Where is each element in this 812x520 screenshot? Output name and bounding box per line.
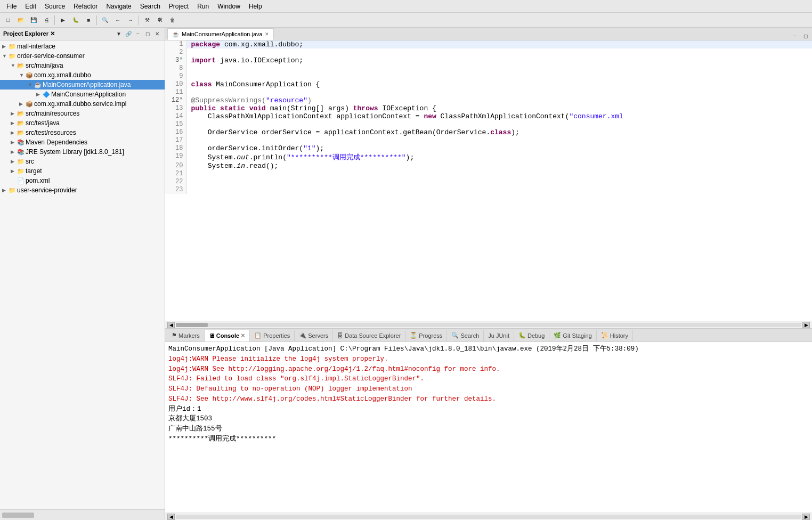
line-code[interactable] [186,186,812,194]
left-scroll-thumb[interactable] [2,513,34,518]
menu-file[interactable]: File [2,2,21,11]
tab-history[interactable]: 📜 History [597,330,633,342]
console-tab-close[interactable]: ✕ [241,333,245,338]
tree-item-main-consumer-class[interactable]: ▶ 🔷 MainConsumerApplication [0,90,165,99]
editor-area[interactable]: 1 package com.xg.xmall.dubbo; 2 3* [165,40,812,321]
tab-console[interactable]: 🖥 Console ✕ [205,330,250,342]
toggle-user-service-provider[interactable]: ▶ [2,188,9,193]
line-code[interactable]: System.out.println("**********调用完成******… [186,152,812,162]
menu-search[interactable]: Search [136,2,165,11]
editor-tab-close[interactable]: ✕ [265,31,269,37]
toolbar-run[interactable]: ▶ [57,14,69,26]
toggle-src[interactable]: ▶ [11,159,17,164]
line-code[interactable] [186,178,812,186]
tab-markers[interactable]: ⚑ Markers [167,330,205,342]
line-code[interactable] [186,170,812,178]
tree-item-maven-deps[interactable]: ▶ 📚 Maven Dependencies [0,137,165,147]
toggle-src-test-java[interactable]: ▶ [11,120,17,126]
panel-close-btn[interactable]: ✕ [153,30,161,38]
tab-properties[interactable]: 📋 Properties [250,330,295,342]
toggle-maven-deps[interactable]: ▶ [11,140,17,145]
line-code[interactable]: public static void main(String[] args) t… [186,104,812,112]
editor-minimize-btn[interactable]: − [791,31,799,40]
toolbar-stop[interactable]: ■ [83,14,94,26]
line-code[interactable]: ClassPathXmlApplicationContext applicati… [186,112,812,120]
line-code[interactable] [186,48,812,56]
toggle-package-dubbo[interactable]: ▼ [19,72,26,78]
tree-item-src[interactable]: ▶ 📁 src [0,157,165,166]
line-code[interactable]: import java.io.IOException; [186,56,812,64]
editor-hscroll[interactable]: ◀ ▶ [165,321,812,328]
menu-window[interactable]: Window [213,2,245,11]
toolbar-debug[interactable]: 🐛 [70,14,82,26]
line-code[interactable] [186,64,812,72]
tree-item-pom-xml[interactable]: 📄 pom.xml [0,176,165,185]
menu-navigate[interactable]: Navigate [102,2,135,11]
menu-source[interactable]: Source [40,2,69,11]
tree-item-jre-lib[interactable]: ▶ 📚 JRE System Library [jdk1.8.0_181] [0,147,165,157]
toolbar-forward[interactable]: → [125,14,136,26]
menu-refactor[interactable]: Refactor [69,2,102,11]
toggle-main-consumer-class[interactable]: ▶ [36,92,43,97]
toggle-target[interactable]: ▶ [11,168,17,174]
editor-tab-main-consumer[interactable]: ☕ MainConsumerApplication.java ✕ [167,28,274,40]
line-code[interactable]: @SuppressWarnings("resource") [186,96,812,104]
console-hscroll-right[interactable]: ▶ [802,514,810,520]
line-code[interactable]: System.in.read(); [186,162,812,170]
editor-hscroll-left[interactable]: ◀ [167,322,175,328]
toggle-mall-interface[interactable]: ▶ [2,44,9,49]
console-area[interactable]: MainConsumerApplication [Java Applicatio… [165,342,812,513]
toggle-src-main-java[interactable]: ▼ [11,63,17,68]
panel-maximize-btn[interactable]: ◻ [143,30,152,38]
line-code[interactable]: OrderService orderService = applicationC… [186,128,812,136]
panel-minimize-btn[interactable]: − [134,30,142,38]
menu-run[interactable]: Run [193,2,213,11]
toolbar-refactor[interactable]: ⚒ [141,14,153,26]
toolbar-open[interactable]: 📂 [15,14,27,26]
editor-hscroll-right[interactable]: ▶ [802,322,810,328]
toggle-src-test-resources[interactable]: ▶ [11,130,17,135]
toggle-main-consumer-java[interactable]: ▼ [28,82,34,87]
link-with-editor-btn[interactable]: 🔗 [124,30,133,38]
tab-gitstaging[interactable]: 🌿 Git Staging [549,330,596,342]
line-code[interactable]: package com.xg.xmall.dubbo; [186,40,812,48]
tab-search[interactable]: 🔍 Search [447,330,484,342]
toggle-jre-lib[interactable]: ▶ [11,149,17,155]
tree-item-package-dubbo[interactable]: ▼ 📦 com.xg.xmall.dubbo [0,70,165,80]
tab-servers[interactable]: 🔌 Servers [295,330,333,342]
toggle-order-service-consumer[interactable]: ▼ [2,53,9,59]
line-code[interactable] [186,88,812,96]
line-code[interactable]: class MainConsumerApplication { [186,80,812,88]
editor-maximize-btn[interactable]: ◻ [801,31,810,40]
toolbar-search[interactable]: 🔍 [99,14,111,26]
line-code[interactable] [186,136,812,144]
tab-debug[interactable]: 🐛 Debug [514,330,549,342]
toolbar-save[interactable]: 💾 [28,14,39,26]
line-code[interactable] [186,120,812,128]
toolbar-new[interactable]: □ [2,14,14,26]
collapse-all-btn[interactable]: ▼ [115,30,123,38]
console-hscroll-left[interactable]: ◀ [167,514,175,520]
toggle-src-main-resources[interactable]: ▶ [11,111,17,116]
tree-item-package-service-impl[interactable]: ▶ 📦 com.xg.xmall.dubbo.service.impl [0,99,165,109]
tree-item-main-consumer-java[interactable]: ▼ ☕ MainConsumerApplication.java [0,80,165,90]
tree-item-mall-interface[interactable]: ▶ 📁 mall-interface [0,42,165,51]
tree-item-src-test-java[interactable]: ▶ 📂 src/test/java [0,118,165,128]
toolbar-back[interactable]: ← [112,14,124,26]
line-code[interactable] [186,72,812,80]
menu-edit[interactable]: Edit [21,2,40,11]
console-hscroll-track[interactable] [176,515,801,519]
tab-progress[interactable]: ⏳ Progress [405,330,447,342]
tab-junit[interactable]: Ju JUnit [484,330,514,342]
toolbar-print[interactable]: 🖨 [40,14,52,26]
line-code[interactable]: orderService.initOrder("1"); [186,144,812,152]
tab-datasource[interactable]: 🗄 Data Source Explorer [333,330,405,342]
tree-item-target[interactable]: ▶ 📁 target [0,166,165,176]
toolbar-build[interactable]: 🛠 [154,14,166,26]
tree-item-order-service-consumer[interactable]: ▼ 📁 order-service-consumer [0,51,165,61]
tree-item-src-main-resources[interactable]: ▶ 📂 src/main/resources [0,109,165,118]
tree-item-src-main-java[interactable]: ▼ 📂 src/main/java [0,61,165,70]
tree-item-src-test-resources[interactable]: ▶ 📂 src/test/resources [0,128,165,137]
toolbar-clean[interactable]: 🗑 [167,14,178,26]
menu-help[interactable]: Help [245,2,266,11]
